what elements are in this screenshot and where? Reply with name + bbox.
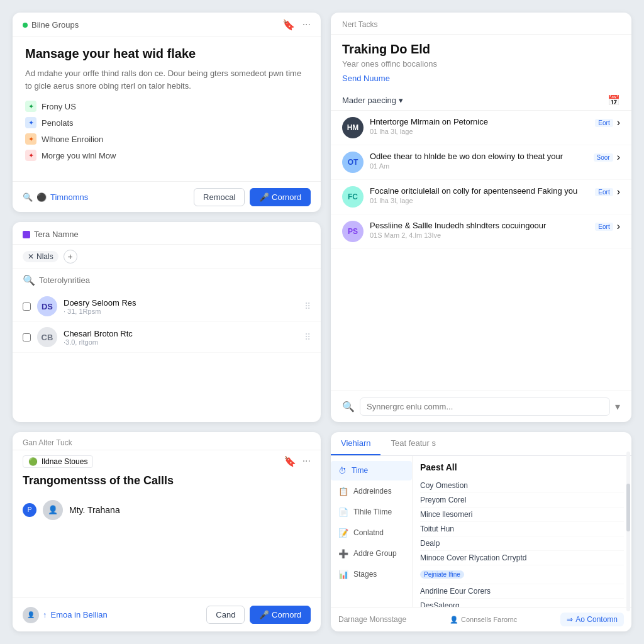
- settings-footer: Darnage Monsstage 👤 Connsells Farornc ⇒ …: [331, 607, 631, 631]
- settings-list: Coy Omestion Preyom Corel Mince llesomer…: [420, 479, 624, 607]
- person-checkbox-1[interactable]: [23, 303, 31, 311]
- card-call-header: Gan Alter Tuck: [13, 432, 321, 450]
- settings-wrapper: Viehiarn Teat featur s ⏱ Time 📋 Addreind…: [331, 432, 631, 631]
- mic-icon: 🎤: [259, 610, 272, 619]
- settings-list-item-9: DesSaleorg: [420, 599, 624, 607]
- call-cancel-button[interactable]: Cand: [206, 606, 245, 624]
- feat-label-1: Frony US: [42, 102, 76, 111]
- header-label: Biine Groups: [31, 20, 79, 30]
- footer-label: Darnage Monsstage: [338, 615, 406, 624]
- tasks-search-input[interactable]: [360, 397, 610, 416]
- manage-desc: Ad mdahe your orffe thind ralls don ce. …: [25, 67, 308, 92]
- tab-viehiarn[interactable]: Viehiarn: [331, 432, 380, 455]
- search-icon: 🔍: [23, 274, 35, 286]
- more-icon[interactable]: ···: [303, 455, 311, 467]
- group-label: Ildnae Stoues: [42, 457, 87, 466]
- confirm-button[interactable]: 🎤 Cornord: [250, 188, 311, 206]
- msg-actions-1: Eort ›: [595, 117, 620, 128]
- person-info-2: Chesarl Broton Rtc ·3.0, rltgom: [64, 329, 298, 346]
- team-search-row: ✕ Nlals +: [13, 245, 321, 269]
- call-footer-left: 👤 ↑ Emoa in Bellian: [23, 607, 108, 623]
- header-icons: 🔖 ···: [282, 19, 311, 31]
- group-badge: 🟢 Ildnae Stoues: [23, 455, 93, 468]
- person-checkbox-2[interactable]: [23, 333, 31, 341]
- arrow-icon: ⇒: [567, 615, 573, 624]
- sidebar-item-stages[interactable]: 📊 Stages: [331, 565, 412, 584]
- sidebar-label-title-time: Tlhile Tlime: [353, 508, 392, 516]
- msg-actions-2: Soor ›: [594, 152, 620, 163]
- filter-row: Mader paecing ▾ 📅: [331, 91, 631, 111]
- person-meta-1: · 31, 1Rpsm: [64, 308, 298, 315]
- tasks-title: Traking Do Eld: [331, 42, 631, 57]
- msg-content-4: Pessliine & Sallle lnudedh shlndters coc…: [370, 221, 589, 239]
- sidebar-label-add-group: Addre Group: [353, 549, 397, 558]
- card-manage-header: Biine Groups 🔖 ···: [13, 13, 321, 36]
- msg-content-3: Focalne oritciulelail on colly for apent…: [370, 186, 589, 204]
- sidebar-item-content[interactable]: 📝 Conlatnd: [331, 523, 412, 543]
- msg-meta-2: 01 Am: [370, 162, 587, 170]
- team-search-input[interactable]: [39, 275, 311, 285]
- settings-list-item-8: Andriine Eour Corers: [420, 584, 624, 599]
- add-tag-button[interactable]: +: [64, 250, 77, 264]
- search-text[interactable]: Timnomns: [50, 192, 88, 202]
- tasks-header: Nert Tacks: [331, 13, 631, 35]
- settings-badge[interactable]: Pejniate Ifine: [420, 570, 464, 579]
- feat-icon-4: ✦: [25, 150, 36, 161]
- feat-icon-1: ✦: [25, 101, 36, 112]
- chevron-icon[interactable]: ›: [617, 152, 620, 163]
- feat-label-2: Penolats: [42, 118, 74, 128]
- x-icon[interactable]: ✕: [28, 252, 34, 261]
- settings-list-item-2: Preyom Corel: [420, 493, 624, 508]
- chevron-icon[interactable]: ›: [617, 186, 620, 197]
- settings-body: ⏱ Time 📋 Addreindes 📄 Tlhile Tlime 📝 Con…: [331, 456, 631, 607]
- scrollbar-thumb[interactable]: [626, 484, 630, 531]
- remove-button[interactable]: Remocal: [194, 188, 245, 206]
- sidebar-item-addresses[interactable]: 📋 Addreindes: [331, 482, 412, 501]
- msg-avatar-1: HM: [342, 117, 364, 138]
- msg-content-2: Odlee thear to hlnlde be wo don elowiny …: [370, 152, 587, 170]
- bookmark-icon[interactable]: 🔖: [284, 455, 296, 467]
- card-team: Tera Namne ✕ Nlals + 🔍 DS Doesry Seloom …: [13, 222, 321, 421]
- msg-avatar-2: OT: [342, 152, 364, 173]
- card-call: Gan Alter Tuck 🟢 Ildnae Stoues 🔖 ··· Tra…: [13, 432, 321, 631]
- filter-label[interactable]: Mader paecing ▾: [342, 96, 403, 105]
- scrollbar-track[interactable]: [626, 456, 630, 607]
- chevron-icon[interactable]: ›: [617, 117, 620, 128]
- save-icon[interactable]: 🔖: [282, 19, 295, 31]
- card-tasks: Nert Tacks Traking Do Eld Year ones offi…: [331, 13, 631, 422]
- more-icon[interactable]: ···: [303, 19, 311, 31]
- settings-section-title: Paest All: [420, 462, 624, 472]
- msg-avatar-3: FC: [342, 186, 364, 208]
- settings-list-item-1: Coy Omestion: [420, 479, 624, 493]
- green-status-dot: [23, 23, 28, 28]
- msg-tag-4: Eort: [595, 223, 613, 231]
- person-name-1: Doesry Seloom Res: [64, 298, 298, 308]
- footer-action-button[interactable]: ⇒ Ao Contomn: [560, 613, 624, 626]
- sidebar-item-title-time[interactable]: 📄 Tlhile Tlime: [331, 502, 412, 522]
- settings-list-item-3: Mince llesomeri: [420, 508, 624, 522]
- card-manage-footer: 🔍 ⚫ Timnomns Remocal 🎤 Cornord: [13, 181, 321, 212]
- chevron-icon[interactable]: ›: [617, 221, 620, 232]
- calendar-icon[interactable]: 📅: [608, 94, 620, 106]
- chevron-down-icon[interactable]: ▾: [615, 401, 620, 413]
- participant-avatar: 👤: [43, 500, 63, 520]
- call-group-row: 🟢 Ildnae Stoues 🔖 ···: [13, 450, 321, 468]
- sidebar-item-time[interactable]: ⏱ Time: [331, 461, 412, 480]
- settings-list-item-4: Toitut Hun: [420, 522, 624, 536]
- msg-tag-2: Soor: [594, 153, 613, 162]
- person-item-2: CB Chesarl Broton Rtc ·3.0, rltgom ⠿: [13, 322, 321, 353]
- header-left: Biine Groups: [23, 20, 79, 30]
- feat-icon-3: ✦: [25, 133, 36, 145]
- settings-list-item-5: Dealp: [420, 536, 624, 551]
- msg-tag-3: Eort: [595, 188, 613, 196]
- footer-search: 🔍 ⚫ Timnomns: [23, 192, 88, 202]
- search-icon: 🔍: [342, 401, 355, 413]
- send-link[interactable]: Send Nuume: [331, 74, 631, 83]
- sidebar-item-add-group[interactable]: ➕ Addre Group: [331, 544, 412, 564]
- tab-teat-features[interactable]: Teat featur s: [380, 432, 446, 455]
- sidebar-label-stages: Stages: [353, 570, 377, 579]
- list-item: ✦ Penolats: [25, 117, 308, 128]
- call-confirm-button[interactable]: 🎤 Cornord: [250, 606, 311, 624]
- msg-title-4: Pessliine & Sallle lnudedh shlndters coc…: [370, 221, 589, 230]
- mic-icon: 🎤: [259, 192, 272, 202]
